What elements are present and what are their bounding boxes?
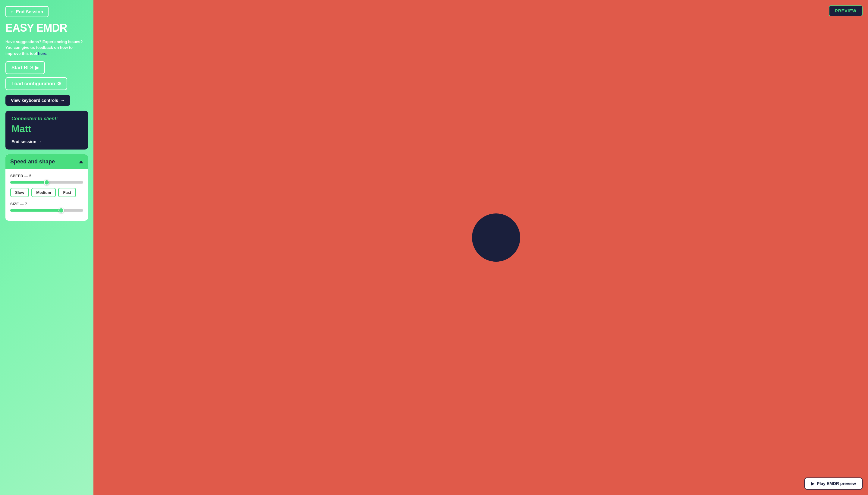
app-title: EASY EMDR	[5, 22, 88, 34]
left-panel: ⌂ End Session EASY EMDR Have suggestions…	[0, 0, 93, 495]
start-bls-label: Start BLS	[12, 65, 33, 70]
fast-button[interactable]: Fast	[58, 188, 76, 197]
speed-slider-track[interactable]	[10, 181, 83, 184]
speed-label: SPEED — 5	[10, 174, 83, 178]
play-icon: ▶	[811, 481, 814, 486]
slow-button[interactable]: Slow	[10, 188, 29, 197]
size-slider-track[interactable]	[10, 209, 83, 211]
connected-label: Connected to client:	[12, 116, 82, 121]
speed-shape-label: Speed and shape	[10, 158, 55, 165]
preview-badge: PREVIEW	[829, 5, 863, 16]
start-bls-button[interactable]: Start BLS ▶	[5, 61, 45, 74]
end-session-link[interactable]: End session →	[12, 139, 82, 144]
speed-preset-buttons: Slow Medium Fast	[10, 188, 83, 197]
action-buttons: Start BLS ▶ Load configuration ⚙	[5, 61, 88, 90]
chevron-up-icon	[79, 160, 83, 164]
home-icon: ⌂	[11, 9, 14, 14]
size-label: SIZE — 7	[10, 202, 83, 206]
load-config-label: Load configuration	[12, 81, 55, 86]
emdr-ball	[472, 214, 520, 262]
settings-icon: ⚙	[57, 81, 61, 86]
speed-slider-thumb[interactable]	[44, 180, 49, 185]
play-emdr-button[interactable]: ▶ Play EMDR preview	[804, 478, 863, 490]
size-slider-fill	[10, 209, 61, 211]
feedback-text: Have suggestions? Experiencing issues? Y…	[5, 39, 88, 57]
keyboard-label: View keyboard controls	[11, 98, 58, 103]
medium-button[interactable]: Medium	[31, 188, 56, 197]
load-config-button[interactable]: Load configuration ⚙	[5, 77, 67, 90]
play-icon: ▶	[35, 65, 39, 70]
speed-slider-fill	[10, 181, 47, 184]
keyboard-controls-button[interactable]: View keyboard controls →	[5, 95, 70, 106]
speed-shape-body: SPEED — 5 Slow Medium Fast SIZE — 7	[5, 169, 88, 221]
end-session-label: End Session	[16, 9, 43, 14]
client-card: Connected to client: Matt End session →	[5, 110, 88, 150]
feedback-link[interactable]: here.	[38, 51, 47, 56]
client-name: Matt	[12, 123, 82, 134]
right-panel: PREVIEW ▶ Play EMDR preview	[93, 0, 868, 495]
end-session-button[interactable]: ⌂ End Session	[5, 6, 49, 17]
play-label: Play EMDR preview	[817, 481, 856, 486]
speed-shape-header[interactable]: Speed and shape	[5, 154, 88, 169]
arrow-right-icon: →	[60, 98, 65, 103]
speed-shape-panel: Speed and shape SPEED — 5 Slow Medium Fa…	[5, 154, 88, 221]
arrow-right-icon: →	[37, 139, 41, 144]
size-slider-thumb[interactable]	[58, 208, 64, 213]
